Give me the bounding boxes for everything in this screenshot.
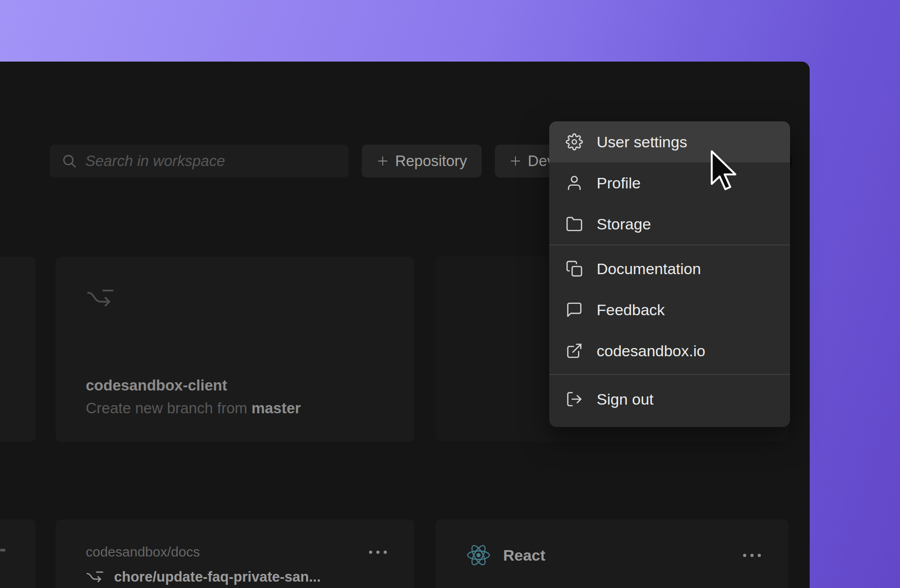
branch-name: master bbox=[251, 400, 301, 416]
plus-icon bbox=[376, 155, 389, 167]
menu-item-label: Documentation bbox=[597, 260, 701, 278]
react-logo-icon bbox=[466, 543, 491, 567]
new-repository-button[interactable]: Repository bbox=[362, 145, 482, 177]
external-link-icon bbox=[566, 342, 583, 359]
clipped-text-fragment bbox=[0, 549, 5, 552]
branch-icon bbox=[86, 569, 104, 585]
menu-item-feedback[interactable]: Feedback bbox=[549, 289, 790, 330]
search-input[interactable] bbox=[85, 145, 349, 177]
search-icon bbox=[62, 153, 77, 169]
plus-icon bbox=[509, 155, 522, 167]
desktop-background: Repository Devbox Sandbox bbox=[0, 0, 900, 588]
docs-branch-row[interactable]: chore/update-faq-private-san... bbox=[86, 569, 387, 585]
branch-name: chore/update-faq-private-san... bbox=[114, 569, 321, 585]
menu-item-label: Feedback bbox=[597, 301, 665, 319]
menu-item-storage[interactable]: Storage bbox=[549, 203, 790, 245]
menu-item-sign-out[interactable]: Sign out bbox=[549, 379, 790, 420]
subtitle-text: Create new branch from bbox=[86, 400, 251, 416]
more-options-icon[interactable] bbox=[743, 554, 761, 557]
user-menu-section-resources: Documentation Feedback codesandbox.io bbox=[549, 245, 790, 374]
user-menu: User settings Profile Storage bbox=[549, 121, 790, 427]
folder-icon bbox=[566, 215, 583, 233]
new-repository-label: Repository bbox=[395, 152, 467, 170]
repo-title: codesandbox-client bbox=[86, 377, 384, 394]
user-menu-section-account: User settings Profile Storage bbox=[549, 121, 790, 245]
workspace-search[interactable] bbox=[50, 145, 349, 177]
gear-icon bbox=[566, 133, 583, 151]
chat-bubble-icon bbox=[566, 301, 583, 318]
menu-item-label: User settings bbox=[597, 133, 687, 151]
pages-icon bbox=[566, 260, 583, 277]
more-options-icon[interactable] bbox=[369, 551, 387, 554]
sign-out-icon bbox=[566, 390, 583, 408]
menu-item-documentation[interactable]: Documentation bbox=[549, 248, 790, 289]
menu-item-label: Profile bbox=[597, 174, 640, 192]
react-card-header: React bbox=[466, 543, 761, 567]
menu-item-user-settings[interactable]: User settings bbox=[549, 121, 790, 162]
template-name: React bbox=[503, 546, 546, 564]
branch-icon bbox=[86, 286, 115, 311]
card-partial-left-bottom[interactable] bbox=[0, 520, 36, 588]
menu-item-profile[interactable]: Profile bbox=[549, 162, 790, 203]
menu-item-label: Sign out bbox=[597, 390, 654, 408]
user-menu-section-session: Sign out bbox=[549, 375, 790, 427]
person-icon bbox=[566, 174, 583, 192]
card-partial-left-top[interactable] bbox=[0, 257, 36, 442]
menu-item-label: codesandbox.io bbox=[597, 342, 705, 360]
docs-repo-card[interactable]: codesandbox/docs chore/update-faq-privat… bbox=[56, 520, 414, 588]
create-branch-card[interactable]: codesandbox-client Create new branch fro… bbox=[56, 257, 414, 442]
repo-name: codesandbox/docs bbox=[86, 544, 200, 560]
docs-card-header: codesandbox/docs bbox=[86, 544, 387, 560]
menu-item-codesandbox-io[interactable]: codesandbox.io bbox=[549, 330, 790, 371]
card-subtitle: Create new branch from master bbox=[86, 400, 384, 417]
menu-item-label: Storage bbox=[597, 215, 651, 233]
react-template-card[interactable]: React bbox=[436, 520, 788, 588]
